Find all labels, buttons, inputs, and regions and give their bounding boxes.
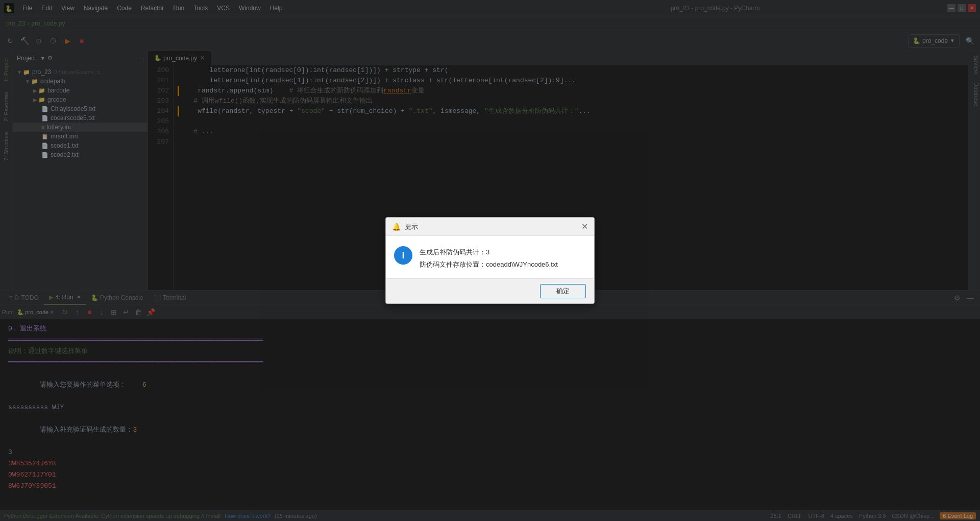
dialog-title-text: 提示	[405, 222, 581, 231]
dialog-message-line2: 防伪码文件存放位置：codeadd\WJYncode6.txt	[420, 258, 558, 270]
dialog-footer: 确定	[386, 278, 594, 303]
dialog-ok-button[interactable]: 确定	[540, 284, 586, 298]
dialog-message-line1: 生成后补防伪码共计：3	[420, 246, 558, 258]
dialog-close-button[interactable]: ✕	[581, 222, 588, 231]
dialog-info-icon: i	[394, 246, 412, 265]
dialog-title-icon: 🔔	[392, 223, 401, 231]
dialog-body: i 生成后补防伪码共计：3 防伪码文件存放位置：codeadd\WJYncode…	[386, 236, 594, 278]
dialog-overlay: 🔔 提示 ✕ i 生成后补防伪码共计：3 防伪码文件存放位置：codeadd\W…	[0, 0, 980, 521]
dialog-title-bar: 🔔 提示 ✕	[386, 218, 594, 236]
dialog-message: 生成后补防伪码共计：3 防伪码文件存放位置：codeadd\WJYncode6.…	[420, 246, 558, 270]
dialog-box: 🔔 提示 ✕ i 生成后补防伪码共计：3 防伪码文件存放位置：codeadd\W…	[385, 217, 595, 304]
